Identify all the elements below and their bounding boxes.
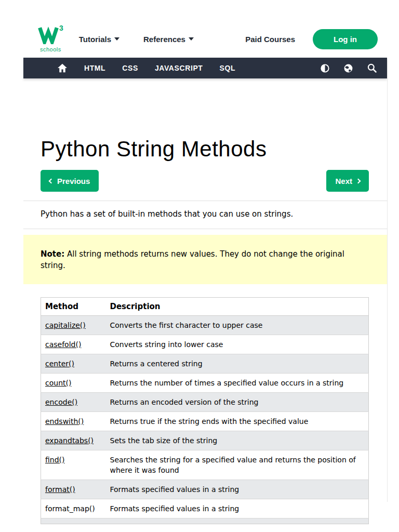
- home-icon[interactable]: [57, 63, 68, 73]
- method-link[interactable]: endswith(): [45, 417, 84, 425]
- language-globe-icon[interactable]: [343, 63, 353, 73]
- method-link[interactable]: casefold(): [45, 340, 81, 349]
- menu-icon[interactable]: [31, 64, 43, 72]
- main-navbar: HTML CSS JAVASCRIPT SQL: [23, 58, 387, 78]
- description-cell: Returns true if the string ends with the…: [106, 412, 369, 431]
- w3schools-logo[interactable]: 3 schools: [38, 25, 63, 52]
- top-header: 3 schools Tutorials References Paid Cour…: [23, 26, 387, 52]
- table-row-partial: [41, 518, 369, 524]
- method-cell: encode(): [41, 393, 106, 412]
- nav-link-css[interactable]: CSS: [122, 64, 138, 72]
- method-column-header: Method: [41, 298, 106, 316]
- table-row: find()Searches the string for a specifie…: [41, 450, 369, 480]
- tutorials-menu-label: Tutorials: [79, 35, 111, 44]
- method-link[interactable]: center(): [45, 360, 74, 368]
- method-link[interactable]: find(): [45, 456, 65, 464]
- description-cell: Converts string into lower case: [106, 335, 369, 354]
- separator: [23, 229, 387, 229]
- caret-down-icon: [189, 37, 194, 41]
- table-row: format()Formats specified values in a st…: [41, 480, 369, 499]
- method-name: format_map(): [45, 504, 95, 513]
- nav-link-sql[interactable]: SQL: [219, 64, 235, 72]
- page: 3 schools Tutorials References Paid Cour…: [0, 0, 399, 532]
- string-methods-table: Method Description capitalize()Converts …: [41, 297, 369, 524]
- caret-down-icon: [114, 37, 119, 41]
- method-cell: center(): [41, 354, 106, 374]
- description-cell: Formats specified values in a string: [106, 499, 369, 518]
- nav-link-html[interactable]: HTML: [84, 64, 105, 72]
- note-panel: Note: All string methods returns new val…: [23, 235, 387, 284]
- page-title: Python String Methods: [41, 137, 369, 162]
- chevron-right-icon: [356, 179, 361, 184]
- paid-courses-link[interactable]: Paid Courses: [245, 35, 295, 44]
- description-cell: Formats specified values in a string: [106, 480, 369, 499]
- table-row: expandtabs()Sets the tab size of the str…: [41, 431, 369, 450]
- chevron-left-icon: [49, 179, 54, 184]
- method-cell: format_map(): [41, 499, 106, 518]
- table-header-row: Method Description: [41, 298, 369, 316]
- method-cell: capitalize(): [41, 316, 106, 335]
- note-label: Note:: [41, 249, 64, 259]
- table-row: count()Returns the number of times a spe…: [41, 374, 369, 393]
- table-row: format_map()Formats specified values in …: [41, 499, 369, 518]
- w3schools-w-icon: [38, 25, 59, 46]
- next-button-label: Next: [335, 177, 352, 185]
- table-row: casefold()Converts string into lower cas…: [41, 335, 369, 354]
- description-cell: Returns the number of times a specified …: [106, 374, 369, 393]
- method-link[interactable]: expandtabs(): [45, 436, 94, 445]
- nav-link-javascript[interactable]: JAVASCRIPT: [155, 64, 203, 72]
- description-cell: Converts the first character to upper ca…: [106, 316, 369, 335]
- method-link[interactable]: count(): [45, 379, 71, 387]
- table-row: center()Returns a centered string: [41, 354, 369, 374]
- note-text: All string methods returns new values. T…: [41, 249, 344, 270]
- table-row: encode()Returns an encoded version of th…: [41, 393, 369, 412]
- table-row: endswith()Returns true if the string end…: [41, 412, 369, 431]
- main-content: Python String Methods Previous Next Pyth…: [23, 78, 387, 524]
- method-link[interactable]: encode(): [45, 398, 77, 406]
- method-link[interactable]: format(): [45, 485, 75, 494]
- next-button[interactable]: Next: [326, 170, 369, 192]
- table-row: capitalize()Converts the first character…: [41, 316, 369, 335]
- intro-paragraph: Python has a set of built-in methods tha…: [41, 208, 369, 220]
- references-menu[interactable]: References: [143, 35, 194, 44]
- dark-mode-toggle-icon[interactable]: [320, 63, 330, 73]
- login-button[interactable]: Log in: [313, 29, 378, 49]
- method-cell: endswith(): [41, 412, 106, 431]
- description-cell: Returns a centered string: [106, 354, 369, 374]
- description-column-header: Description: [106, 298, 369, 316]
- separator: [23, 201, 387, 201]
- method-cell: expandtabs(): [41, 431, 106, 450]
- methods-table-body: capitalize()Converts the first character…: [41, 316, 369, 524]
- method-cell: casefold(): [41, 335, 106, 354]
- description-cell: Searches the string for a specified valu…: [106, 450, 369, 480]
- method-cell: find(): [41, 450, 106, 480]
- content-right-divider: [387, 78, 388, 502]
- references-menu-label: References: [143, 35, 185, 44]
- description-cell: Sets the tab size of the string: [106, 431, 369, 450]
- previous-button-label: Previous: [57, 177, 90, 185]
- tutorials-menu[interactable]: Tutorials: [79, 35, 119, 44]
- method-cell: format(): [41, 480, 106, 499]
- method-link[interactable]: capitalize(): [45, 321, 86, 329]
- description-cell: Returns an encoded version of the string: [106, 393, 369, 412]
- logo-schools-text: schools: [40, 47, 61, 52]
- search-icon[interactable]: [367, 63, 377, 73]
- method-cell: count(): [41, 374, 106, 393]
- previous-button[interactable]: Previous: [41, 170, 99, 192]
- logo-superscript: 3: [59, 24, 63, 32]
